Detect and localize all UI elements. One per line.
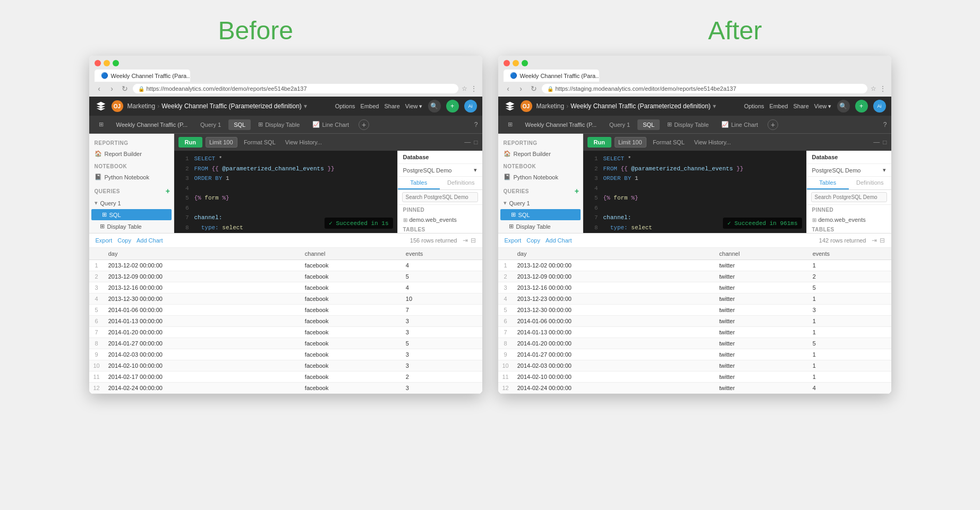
after-back-btn[interactable]: ‹ — [504, 84, 513, 93]
after-python-notebook[interactable]: 📓 Python Notebook — [498, 171, 583, 183]
after-add-query-btn[interactable]: + — [575, 187, 580, 195]
before-add-query-btn[interactable]: + — [166, 187, 171, 195]
after-db-caret[interactable]: ▾ — [883, 167, 886, 174]
before-maximize-icon[interactable]: □ — [474, 139, 478, 146]
after-limit-input[interactable] — [615, 137, 646, 148]
before-browser-tab[interactable]: 🔵 Weekly Channel Traffic (Para... × — [95, 70, 190, 82]
before-sidebar-collapse[interactable]: ⊞ — [93, 119, 109, 130]
before-view-btn[interactable]: View ▾ — [405, 103, 423, 110]
after-display-table-tab[interactable]: ⊞Display Table — [662, 119, 714, 130]
after-events-col: events — [808, 248, 891, 260]
before-export-btn[interactable]: Export — [96, 237, 113, 244]
after-sidebar-collapse[interactable]: ⊞ — [502, 119, 518, 130]
after-format-btn[interactable]: Format SQL — [650, 137, 688, 147]
before-tables-tab[interactable]: Tables — [398, 177, 440, 189]
before-browser-content: OJ Marketing › Weekly Channel Traffic (P… — [89, 97, 482, 394]
after-reload-btn[interactable]: ↻ — [529, 84, 539, 93]
after-weekly-tab[interactable]: Weekly Channel Traffic (P... — [520, 119, 602, 130]
after-share-btn[interactable]: Share — [793, 103, 808, 109]
after-definitions-tab[interactable]: Definitions — [849, 177, 891, 189]
before-sql-sidebar[interactable]: ⊞ SQL — [91, 209, 172, 220]
before-reload-btn[interactable]: ↻ — [120, 84, 130, 93]
before-forward-btn[interactable]: › — [107, 84, 117, 93]
table-row: 102014-02-10 00:00:00facebook3 — [89, 360, 482, 371]
after-sql-tab[interactable]: SQL — [637, 119, 660, 130]
after-line-chart-tab[interactable]: 📈Line Chart — [716, 119, 763, 130]
after-copy-btn[interactable]: Copy — [526, 237, 540, 244]
before-minimize-icon[interactable]: — — [464, 139, 471, 146]
table-row: 12013-12-02 00:00:00facebook4 — [89, 260, 482, 271]
before-add-btn[interactable]: + — [446, 100, 459, 113]
after-traffic-light-green[interactable] — [522, 60, 528, 66]
before-share-btn[interactable]: Share — [384, 103, 399, 109]
after-bookmark-icon[interactable]: ☆ — [871, 85, 876, 92]
traffic-light-green[interactable] — [113, 60, 119, 66]
after-add-chart-btn[interactable]: Add Chart — [546, 237, 572, 244]
after-report-builder[interactable]: 🏠 Report Builder — [498, 148, 583, 159]
before-sql-tab[interactable]: SQL — [228, 119, 251, 130]
after-embed-btn[interactable]: Embed — [770, 103, 788, 109]
before-db-caret[interactable]: ▾ — [474, 167, 477, 174]
after-tables-tab[interactable]: Tables — [807, 177, 849, 189]
before-run-btn[interactable]: Run — [178, 137, 202, 148]
before-limit-input[interactable] — [206, 137, 237, 148]
after-menu-icon[interactable]: ⋮ — [880, 85, 886, 92]
after-collapse-icon[interactable]: ⊟ — [880, 237, 885, 244]
before-sql-editor[interactable]: 1SELECT * 2FROM {{ @parameterized_channe… — [174, 151, 397, 233]
after-query1-sidebar[interactable]: ▾ Query 1 — [498, 197, 583, 209]
after-forward-btn[interactable]: › — [516, 84, 526, 93]
before-query1-sidebar[interactable]: ▾ Query 1 — [89, 197, 174, 209]
before-line-chart-tab[interactable]: 📈Line Chart — [307, 119, 354, 130]
after-export-btn[interactable]: Export — [505, 237, 522, 244]
after-browser-tab[interactable]: 🔵 Weekly Channel Traffic (Para... × — [504, 70, 599, 82]
before-format-btn[interactable]: Format SQL — [241, 137, 279, 147]
before-db-search-input[interactable] — [402, 192, 478, 202]
after-address-bar[interactable]: 🔒 https://staging.modeanalytics.com/edit… — [542, 84, 867, 93]
after-history-btn[interactable]: View History... — [691, 137, 734, 147]
before-report-builder[interactable]: 🏠 Report Builder — [89, 148, 174, 159]
after-user-profile-btn[interactable]: Ai — [873, 100, 886, 113]
after-maximize-icon[interactable]: □ — [883, 139, 887, 146]
after-db-search-input[interactable] — [811, 192, 887, 202]
before-weekly-tab[interactable]: Weekly Channel Traffic (P... — [111, 119, 193, 130]
before-display-table-tab[interactable]: ⊞Display Table — [253, 119, 305, 130]
before-add-chart-btn[interactable]: Add Chart — [137, 237, 163, 244]
before-history-btn[interactable]: View History... — [282, 137, 325, 147]
before-collapse-icon[interactable]: ⊟ — [471, 237, 476, 244]
after-options-btn[interactable]: Options — [744, 103, 764, 109]
after-sql-sidebar[interactable]: ⊞ SQL — [500, 209, 581, 220]
before-options-btn[interactable]: Options — [335, 103, 355, 109]
after-expand-icon[interactable]: ⇥ — [872, 237, 877, 244]
before-add-tab-btn[interactable]: + — [359, 119, 369, 130]
traffic-light-yellow[interactable] — [104, 60, 110, 66]
after-sql-editor[interactable]: 1SELECT * 2FROM {{ @parameterized_channe… — [583, 151, 806, 233]
after-run-btn[interactable]: Run — [587, 137, 611, 148]
after-search-icon-btn[interactable]: 🔍 — [837, 100, 850, 113]
before-user-profile-btn[interactable]: Ai — [464, 100, 477, 113]
before-db-name: PostgreSQL Demo ▾ — [398, 164, 482, 177]
before-definitions-tab[interactable]: Definitions — [440, 177, 482, 189]
after-traffic-light-red[interactable] — [504, 60, 510, 66]
before-expand-icon[interactable]: ⇥ — [463, 237, 468, 244]
after-traffic-light-yellow[interactable] — [513, 60, 519, 66]
before-bookmark-icon[interactable]: ☆ — [462, 85, 467, 92]
after-pinned-item[interactable]: ⊞ demo.web_events — [807, 215, 891, 224]
traffic-light-red[interactable] — [95, 60, 101, 66]
before-notebook-icon: 📓 — [95, 174, 102, 180]
before-back-btn[interactable]: ‹ — [95, 84, 104, 93]
before-pinned-item[interactable]: ⊞ demo.web_events — [398, 215, 482, 224]
before-display-table-sidebar[interactable]: ⊞ Display Table — [89, 221, 174, 232]
before-query1-tab[interactable]: Query 1 — [195, 119, 226, 130]
after-minimize-icon[interactable]: — — [873, 139, 880, 146]
before-python-notebook[interactable]: 📓 Python Notebook — [89, 171, 174, 183]
after-add-tab-btn[interactable]: + — [768, 119, 778, 130]
before-address-bar[interactable]: 🔒 https://modeanalytics.com/editor/demo/… — [133, 84, 458, 93]
after-display-table-sidebar[interactable]: ⊞ Display Table — [498, 221, 583, 232]
after-add-btn[interactable]: + — [855, 100, 868, 113]
before-embed-btn[interactable]: Embed — [361, 103, 379, 109]
before-menu-icon[interactable]: ⋮ — [471, 85, 477, 92]
after-query1-tab[interactable]: Query 1 — [604, 119, 635, 130]
before-copy-btn[interactable]: Copy — [117, 237, 131, 244]
before-search-icon-btn[interactable]: 🔍 — [428, 100, 441, 113]
after-view-btn[interactable]: View ▾ — [814, 103, 832, 110]
